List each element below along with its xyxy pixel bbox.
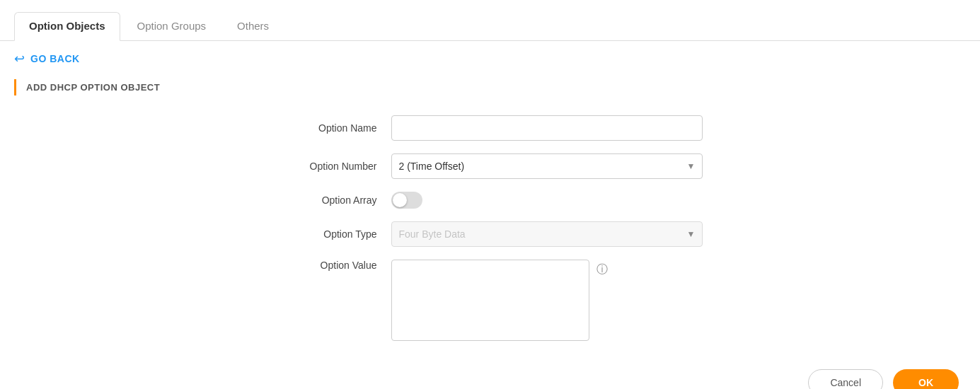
- option-type-control: Four Byte Data ▼: [391, 221, 703, 247]
- ok-button[interactable]: OK: [893, 369, 959, 389]
- option-array-control: [391, 192, 703, 209]
- go-back-bar: ↩ GO BACK: [0, 41, 980, 76]
- option-type-label: Option Type: [278, 228, 391, 240]
- option-value-label: Option Value: [278, 260, 391, 271]
- info-icon[interactable]: ⓘ: [596, 262, 608, 277]
- option-number-row: Option Number 2 (Time Offset) 1 (Subnet …: [278, 153, 703, 179]
- tab-option-objects[interactable]: Option Objects: [14, 12, 120, 41]
- go-back-icon[interactable]: ↩: [14, 51, 25, 66]
- tab-others[interactable]: Others: [223, 13, 283, 40]
- option-array-toggle[interactable]: [391, 192, 422, 209]
- tab-option-groups[interactable]: Option Groups: [123, 13, 221, 40]
- cancel-button[interactable]: Cancel: [808, 369, 883, 389]
- option-value-row: Option Value ⓘ: [278, 260, 703, 341]
- option-value-control: ⓘ: [391, 260, 608, 341]
- option-type-row: Option Type Four Byte Data ▼: [278, 221, 703, 247]
- toggle-track: [391, 192, 422, 209]
- option-number-select[interactable]: 2 (Time Offset) 1 (Subnet Mask) 3 (Route…: [391, 153, 703, 179]
- option-name-row: Option Name: [278, 115, 703, 141]
- go-back-button[interactable]: GO BACK: [30, 53, 80, 64]
- tabs-container: Option Objects Option Groups Others: [0, 0, 980, 41]
- option-array-label: Option Array: [278, 194, 391, 206]
- toggle-thumb: [393, 193, 407, 207]
- option-value-textarea[interactable]: [391, 260, 589, 341]
- form-container: Option Name Option Number 2 (Time Offset…: [0, 115, 980, 355]
- section-heading: ADD DHCP OPTION OBJECT: [14, 79, 966, 95]
- option-array-row: Option Array: [278, 192, 703, 209]
- footer-bar: Cancel OK: [0, 362, 980, 389]
- option-name-control: [391, 115, 703, 141]
- option-number-label: Option Number: [278, 161, 391, 172]
- option-type-select[interactable]: Four Byte Data: [391, 221, 703, 247]
- option-number-control: 2 (Time Offset) 1 (Subnet Mask) 3 (Route…: [391, 153, 703, 179]
- option-name-input[interactable]: [391, 115, 703, 141]
- option-name-label: Option Name: [278, 122, 391, 134]
